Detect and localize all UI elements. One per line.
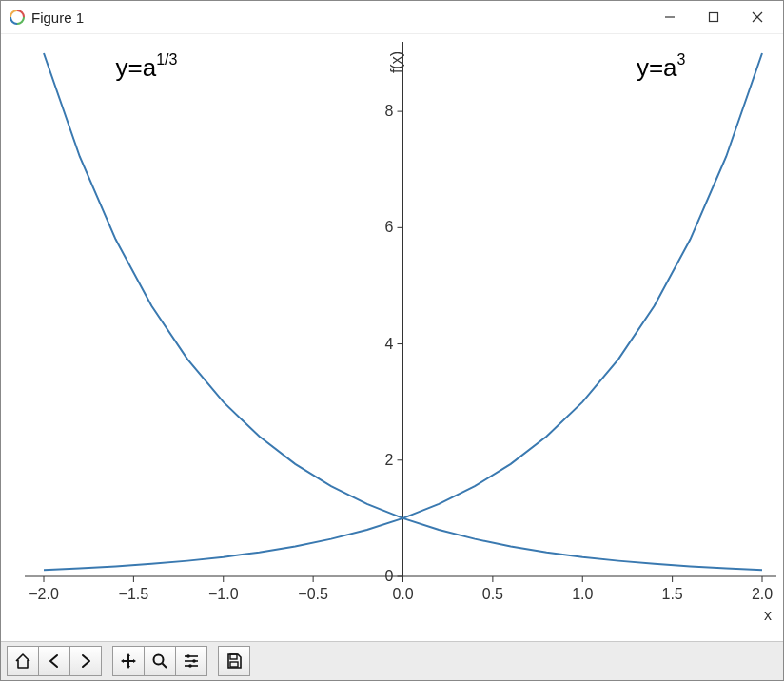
- zoom-button[interactable]: [144, 646, 176, 676]
- svg-point-42: [186, 654, 190, 658]
- maximize-button[interactable]: [692, 3, 735, 31]
- svg-text:−2.0: −2.0: [29, 586, 59, 602]
- svg-text:y=a1/3: y=a1/3: [116, 51, 178, 82]
- svg-text:2: 2: [385, 452, 394, 468]
- svg-text:−1.0: −1.0: [208, 586, 239, 602]
- svg-text:y=a3: y=a3: [637, 51, 686, 82]
- minimize-button[interactable]: [648, 3, 692, 31]
- svg-text:−0.5: −0.5: [298, 586, 328, 602]
- figure-window: Figure 1 −2.0−1.5−1.0−0.50.00.51.01.52.0…: [0, 0, 784, 681]
- window-title: Figure 1: [31, 10, 84, 26]
- svg-text:1.0: 1.0: [572, 586, 593, 602]
- plot-svg: −2.0−1.5−1.0−0.50.00.51.01.52.002468xf(x…: [1, 34, 783, 643]
- svg-text:f(x): f(x): [388, 51, 404, 73]
- svg-text:2.0: 2.0: [752, 586, 773, 602]
- svg-text:0.5: 0.5: [482, 586, 503, 602]
- home-button[interactable]: [7, 646, 39, 676]
- svg-point-44: [192, 659, 196, 663]
- svg-text:1.5: 1.5: [662, 586, 683, 602]
- svg-rect-48: [230, 662, 238, 667]
- app-icon: [9, 9, 26, 26]
- save-button[interactable]: [218, 646, 250, 676]
- forward-button[interactable]: [69, 646, 102, 676]
- svg-text:8: 8: [385, 103, 394, 119]
- plot-area[interactable]: −2.0−1.5−1.0−0.50.00.51.01.52.002468xf(x…: [1, 34, 783, 641]
- svg-rect-2: [710, 13, 718, 22]
- svg-point-46: [188, 664, 192, 668]
- svg-text:0: 0: [385, 568, 394, 584]
- pan-button[interactable]: [112, 646, 145, 676]
- back-button[interactable]: [38, 646, 70, 676]
- titlebar: Figure 1: [1, 1, 783, 34]
- svg-text:0.0: 0.0: [392, 586, 413, 602]
- svg-text:−1.5: −1.5: [119, 586, 149, 602]
- svg-text:x: x: [764, 607, 772, 623]
- svg-text:6: 6: [385, 219, 394, 235]
- svg-line-40: [163, 664, 167, 669]
- window-controls: [648, 3, 779, 31]
- close-button[interactable]: [735, 3, 779, 31]
- title-left: Figure 1: [9, 9, 84, 26]
- svg-text:4: 4: [385, 336, 394, 352]
- nav-toolbar: [1, 641, 783, 680]
- configure-button[interactable]: [175, 646, 207, 676]
- svg-point-39: [154, 655, 164, 665]
